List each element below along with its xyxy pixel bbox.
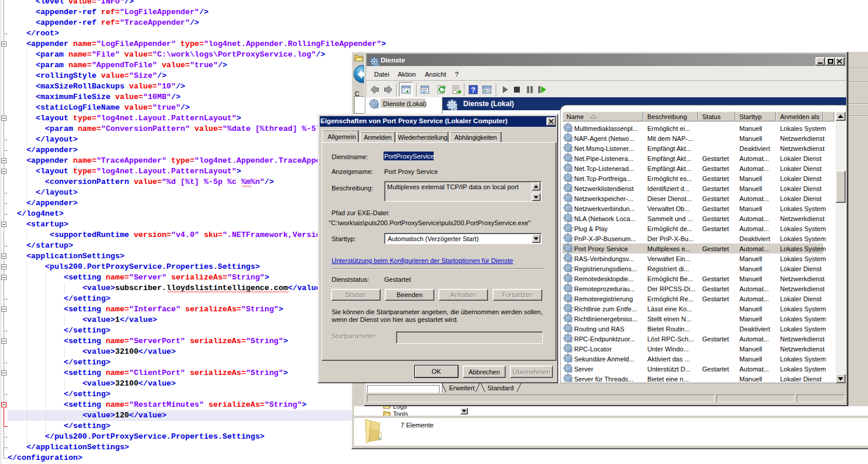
svg-text:Erweitert: Erweitert: [449, 384, 474, 391]
svg-text:?: ?: [471, 86, 475, 94]
svg-text:Standard: Standard: [487, 384, 514, 391]
